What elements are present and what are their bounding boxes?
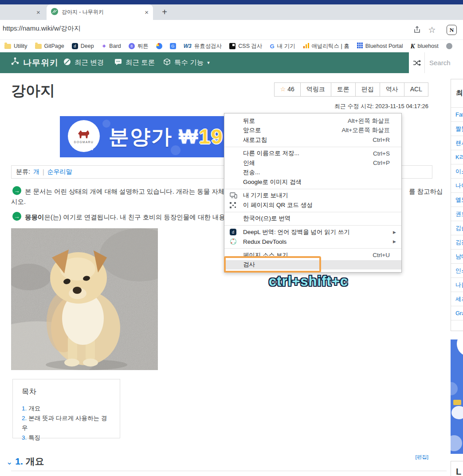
sidebar-link[interactable]: K리 xyxy=(451,150,463,164)
sidebar-link[interactable]: 엘도 xyxy=(451,193,463,207)
toc-item-2[interactable]: 2.본래 뜻과 다르게 사용하는 경우 xyxy=(22,414,111,433)
history-button[interactable]: 역사 xyxy=(380,82,404,97)
acl-button[interactable]: ACL xyxy=(404,82,428,97)
sidebar-link[interactable]: Gra xyxy=(451,306,463,320)
toc-title: 목차 xyxy=(22,387,111,397)
sidebar-link[interactable]: 짤툰 xyxy=(451,122,463,136)
new-tab-button[interactable]: + xyxy=(159,6,170,18)
menu-item-search-image-google[interactable]: Google로 이미지 검색 xyxy=(224,177,401,187)
menu-item-reload[interactable]: 새로고침Ctrl+R xyxy=(224,135,401,145)
ad-brand-name: DOGMARU xyxy=(74,140,94,144)
article-toolbar: ☆ 46 역링크 토론 편집 역사 ACL xyxy=(275,82,428,97)
bookmark-deep[interactable]: dDeep xyxy=(72,43,94,49)
section-edit-link[interactable]: [편집] xyxy=(416,454,428,460)
menu-item-save-as[interactable]: 다른 이름으로 저장...Ctrl+S xyxy=(224,149,401,159)
sidebar-link[interactable]: 김진 xyxy=(451,235,463,250)
edit-button[interactable]: 편집 xyxy=(355,82,380,97)
notice1-text-right: 를 참고하십 xyxy=(409,187,443,196)
last-modified-timestamp: 최근 수정 시각: 2023-11-15 04:17:26 xyxy=(334,102,428,110)
right-sidebar: 최 Fat 짤툰 랜서 K리 이소 나이 엘도 권호 김슬 김진 남매 인스 나… xyxy=(451,79,463,332)
menu-item-print[interactable]: 인쇄Ctrl+P xyxy=(224,158,401,168)
shortcut-annotation: ctrl+shift+c xyxy=(269,273,348,289)
menu-separator xyxy=(224,248,401,249)
inactive-tab-close-icon[interactable]: × xyxy=(36,4,40,20)
sidebar-link[interactable]: 나이 xyxy=(451,179,463,193)
menu-item-forward[interactable]: 앞으로Alt+오른쪽 화살표 xyxy=(224,126,401,136)
backlinks-button[interactable]: 역링크 xyxy=(300,82,331,97)
sidebar-ad[interactable] xyxy=(451,339,463,454)
menu-separator xyxy=(224,147,401,147)
menu-item-create-qr[interactable]: 이 페이지의 QR 코드 생성 xyxy=(224,200,401,210)
notice1-text-wrap: 시오. xyxy=(11,198,26,206)
section-heading: ⌄ 1. 개요 xyxy=(6,455,44,468)
search-input[interactable] xyxy=(425,59,459,66)
sidebar-link[interactable]: 랜서 xyxy=(451,136,463,150)
section-title: 개요 xyxy=(26,455,44,468)
circle-icon xyxy=(446,43,452,49)
search-zone xyxy=(409,52,463,73)
bookmark-bard[interactable]: ✦Bard xyxy=(102,43,121,49)
bookmark-icon-only-2[interactable]: G xyxy=(170,43,176,49)
grid-icon xyxy=(357,43,363,50)
bookmark-icon-only-1[interactable] xyxy=(156,43,162,49)
bookmark-star-icon[interactable]: ☆ xyxy=(426,23,438,36)
sidebar-link[interactable]: 인스 xyxy=(451,264,463,278)
bookmark-twitten[interactable]: 8튀튼 xyxy=(129,43,149,50)
w3-icon: W3 xyxy=(184,43,192,49)
sidebar-link[interactable]: 나룰 xyxy=(451,278,463,292)
toc-item-3[interactable]: 3.특징 xyxy=(22,433,111,443)
star-count-button[interactable]: ☆ 46 xyxy=(274,82,301,97)
devices-icon xyxy=(230,192,243,199)
recent-changes-icon xyxy=(63,58,71,67)
category-link-dog[interactable]: 개 xyxy=(33,168,39,176)
star-icon: ☆ xyxy=(280,86,286,93)
menu-item-back[interactable]: 뒤로Alt+왼쪽 화살표 xyxy=(224,116,401,126)
sidebar-link[interactable]: 남매 xyxy=(451,250,463,264)
ad-brand-bubble: DOGMARU xyxy=(68,120,100,152)
sidebar-link[interactable]: Fat xyxy=(451,108,463,122)
nav-special-functions[interactable]: 특수 기능 ▾ xyxy=(163,58,210,67)
bookmark-my-devices[interactable]: G내 기기 xyxy=(270,43,295,50)
bookmark-css-check[interactable]: CSS 검사 xyxy=(229,43,262,50)
address-bar[interactable]: https://namu.wiki/w/강아지 xyxy=(3,24,81,33)
bookmark-w3-validator[interactable]: W3유효성검사 xyxy=(184,43,222,50)
nav-recent-changes[interactable]: 최근 변경 xyxy=(63,58,104,67)
sidebar-link[interactable]: 김슬 xyxy=(451,221,463,235)
css-checker-icon xyxy=(229,43,235,49)
menu-item-redux-devtools[interactable]: Redux DevTools ▶ xyxy=(224,237,401,247)
sidebar-link[interactable]: 권호 xyxy=(451,207,463,221)
category-label: 분류: xyxy=(16,168,30,176)
puppy-photo[interactable] xyxy=(11,228,158,370)
bookmark-bluehost[interactable]: Kbluehost xyxy=(411,43,439,50)
menu-item-deepl[interactable]: d DeepL 번역: 언어 장벽을 넘어 읽기 쓰기 ▶ xyxy=(224,227,401,237)
active-tab[interactable]: 강아지 - 나무위키 × xyxy=(47,4,153,20)
collapse-chevron-icon[interactable]: ⌄ xyxy=(6,457,12,467)
namu-logo[interactable]: 나무위키 xyxy=(11,57,59,69)
toc-item-1[interactable]: 1.개요 xyxy=(22,404,111,414)
sidebar-link[interactable]: 세즈 xyxy=(451,292,463,306)
random-article-button[interactable] xyxy=(409,52,425,73)
bookmark-partial[interactable] xyxy=(446,43,452,49)
bookmark-analytics[interactable]: 애널리틱스 | 홈 xyxy=(303,43,349,50)
notice1-text-left: 본 문서는 어린 상태의 개에 대해 설명하고 있습니다. 개라는 동물 자체에… xyxy=(25,187,246,196)
bookmark-bluehost-portal[interactable]: Bluehost Portal xyxy=(357,43,403,50)
menu-item-send-to-device[interactable]: 내 기기로 보내기 xyxy=(224,191,401,201)
menu-item-cast[interactable]: 전송... xyxy=(224,168,401,178)
pie-circle-icon xyxy=(156,43,162,49)
deepl-icon: d xyxy=(72,43,78,49)
category-separator: | xyxy=(43,168,44,176)
category-link-pure-korean[interactable]: 순우리말 xyxy=(47,168,72,176)
cube-icon xyxy=(163,58,171,67)
discuss-button[interactable]: 토론 xyxy=(331,82,356,97)
tab-close-icon[interactable]: × xyxy=(145,9,149,16)
bookmark-utility[interactable]: Utility xyxy=(4,43,27,49)
notion-extension-icon[interactable]: N xyxy=(447,25,457,35)
sidebar-link[interactable]: 이소 xyxy=(451,164,463,179)
speech-bubble-icon xyxy=(114,58,122,67)
menu-item-translate-korean[interactable]: 한국어(으)로 번역 xyxy=(224,214,401,224)
notice-arrow-icon: → xyxy=(12,186,21,195)
share-icon[interactable] xyxy=(411,23,423,36)
nav-recent-discussions[interactable]: 최근 토론 xyxy=(114,58,155,67)
section-number[interactable]: 1. xyxy=(15,456,23,467)
bookmark-gitpage[interactable]: GitPage xyxy=(35,43,64,49)
